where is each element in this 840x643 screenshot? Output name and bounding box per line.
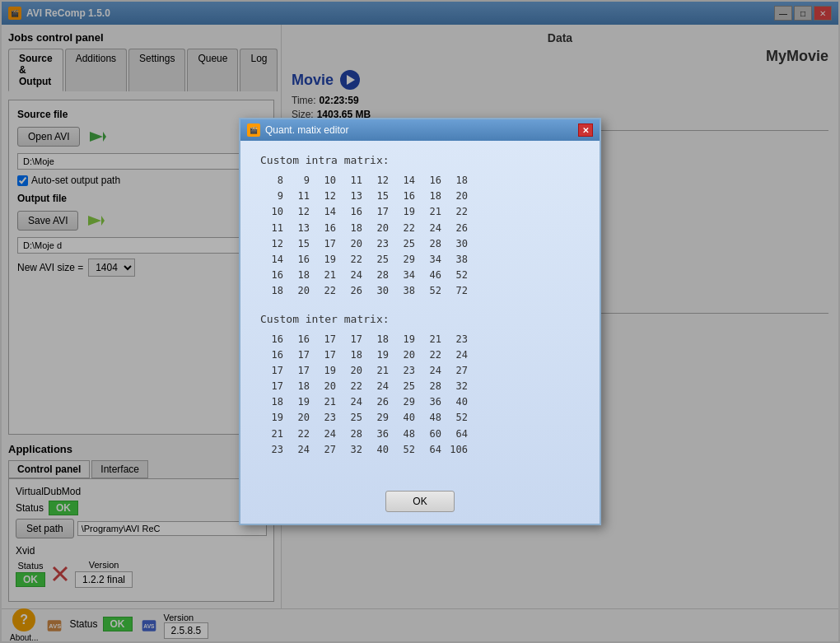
matrix-cell: 20	[313, 379, 339, 394]
matrix-cell: 20	[287, 410, 313, 426]
matrix-cell: 11	[339, 173, 366, 189]
matrix-cell: 13	[339, 189, 366, 204]
matrix-cell: 18	[287, 268, 313, 283]
matrix-cell: 23	[392, 363, 418, 379]
matrix-cell: 14	[313, 204, 339, 220]
matrix-cell: 8	[260, 173, 287, 189]
matrix-cell: 17	[339, 332, 366, 347]
matrix-cell: 29	[366, 410, 392, 426]
matrix-cell: 11	[260, 221, 287, 236]
matrix-row: 911121315161820	[260, 189, 580, 204]
matrix-cell: 17	[313, 332, 339, 347]
matrix-cell: 25	[392, 236, 418, 252]
main-window: 🎬 AVI ReComp 1.5.0 — □ ✕ Jobs control pa…	[0, 0, 840, 643]
matrix-cell: 23	[445, 332, 471, 347]
intra-matrix-grid: 8910111214161891112131516182010121416171…	[260, 173, 580, 300]
matrix-cell: 18	[339, 347, 366, 363]
matrix-cell: 18	[260, 394, 287, 410]
matrix-row: 1920232529404852	[260, 410, 580, 426]
matrix-cell: 19	[313, 363, 339, 379]
matrix-cell: 16	[339, 204, 366, 220]
matrix-cell: 10	[313, 173, 339, 189]
matrix-cell: 21	[366, 363, 392, 379]
matrix-cell: 20	[366, 221, 392, 236]
matrix-cell: 24	[445, 347, 471, 363]
matrix-cell: 22	[392, 221, 418, 236]
matrix-cell: 106	[445, 442, 471, 458]
matrix-cell: 30	[366, 283, 392, 299]
matrix-row: 1416192225293438	[260, 252, 580, 268]
matrix-cell: 18	[287, 379, 313, 394]
matrix-cell: 18	[418, 189, 445, 204]
matrix-cell: 20	[339, 236, 366, 252]
ok-button[interactable]: OK	[385, 491, 454, 512]
modal-title-bar: 🎬 Quant. matix editor ✕	[240, 119, 600, 141]
matrix-cell: 26	[366, 394, 392, 410]
modal-title-left: 🎬 Quant. matix editor	[247, 123, 348, 137]
matrix-cell: 36	[418, 394, 445, 410]
matrix-cell: 22	[418, 347, 445, 363]
matrix-row: 1012141617192122	[260, 204, 580, 220]
matrix-cell: 17	[287, 363, 313, 379]
matrix-cell: 24	[339, 268, 366, 283]
matrix-row: 1618212428344652	[260, 268, 580, 283]
matrix-cell: 52	[445, 268, 471, 283]
matrix-cell: 14	[392, 173, 418, 189]
matrix-cell: 24	[366, 379, 392, 394]
matrix-cell: 19	[392, 204, 418, 220]
inter-matrix-grid: 1616171718192123161717181920222417171920…	[260, 332, 580, 459]
matrix-cell: 15	[287, 236, 313, 252]
matrix-cell: 52	[418, 283, 445, 299]
matrix-cell: 17	[366, 204, 392, 220]
matrix-cell: 24	[339, 394, 366, 410]
matrix-cell: 20	[445, 189, 471, 204]
matrix-cell: 28	[418, 236, 445, 252]
matrix-cell: 17	[313, 347, 339, 363]
matrix-row: 1617171819202224	[260, 347, 580, 363]
matrix-cell: 13	[287, 221, 313, 236]
matrix-cell: 25	[392, 379, 418, 394]
matrix-cell: 52	[445, 410, 471, 426]
intra-matrix-label: Custom intra matrix:	[260, 154, 580, 166]
matrix-cell: 18	[260, 283, 287, 299]
matrix-row: 1819212426293640	[260, 394, 580, 410]
matrix-cell: 27	[445, 363, 471, 379]
matrix-cell: 26	[339, 283, 366, 299]
matrix-cell: 12	[366, 173, 392, 189]
matrix-cell: 28	[366, 268, 392, 283]
matrix-cell: 17	[287, 347, 313, 363]
inter-matrix-label: Custom inter matrix:	[260, 313, 580, 325]
matrix-cell: 27	[313, 442, 339, 458]
quant-matrix-modal: 🎬 Quant. matix editor ✕ Custom intra mat…	[239, 118, 601, 525]
matrix-row: 1717192021232427	[260, 363, 580, 379]
matrix-cell: 60	[418, 426, 445, 442]
matrix-cell: 17	[313, 236, 339, 252]
matrix-cell: 22	[287, 426, 313, 442]
matrix-cell: 64	[445, 426, 471, 442]
matrix-row: 1616171718192123	[260, 332, 580, 347]
matrix-cell: 19	[366, 347, 392, 363]
matrix-cell: 19	[392, 332, 418, 347]
matrix-cell: 23	[260, 442, 287, 458]
matrix-cell: 24	[313, 426, 339, 442]
matrix-cell: 29	[392, 394, 418, 410]
matrix-row: 2122242836486064	[260, 426, 580, 442]
matrix-cell: 19	[313, 252, 339, 268]
matrix-cell: 16	[260, 332, 287, 347]
matrix-cell: 22	[339, 379, 366, 394]
matrix-row: 1113161820222426	[260, 221, 580, 236]
modal-close-button[interactable]: ✕	[578, 123, 593, 137]
matrix-cell: 20	[287, 283, 313, 299]
matrix-cell: 28	[418, 379, 445, 394]
matrix-cell: 23	[313, 410, 339, 426]
matrix-cell: 20	[339, 363, 366, 379]
matrix-cell: 18	[445, 173, 471, 189]
matrix-cell: 28	[339, 426, 366, 442]
matrix-cell: 30	[445, 236, 471, 252]
matrix-cell: 17	[260, 363, 287, 379]
matrix-cell: 21	[313, 268, 339, 283]
matrix-cell: 24	[287, 442, 313, 458]
matrix-cell: 24	[418, 363, 445, 379]
matrix-cell: 52	[392, 442, 418, 458]
matrix-cell: 38	[392, 283, 418, 299]
